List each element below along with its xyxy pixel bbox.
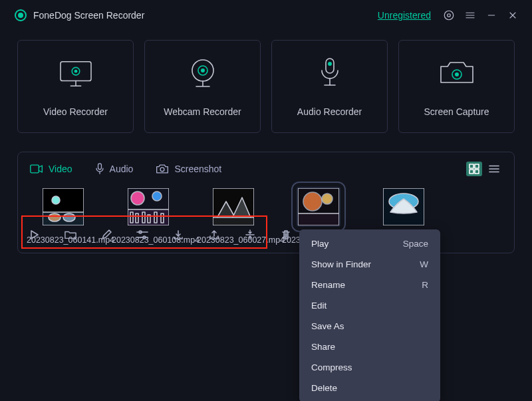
context-menu-item[interactable]: Edit — [299, 295, 440, 316]
menu-item-shortcut: R — [422, 280, 428, 290]
minimize-icon[interactable] — [484, 8, 499, 23]
edit-pencil-icon[interactable] — [99, 227, 114, 242]
svg-point-54 — [322, 194, 332, 204]
context-menu-item[interactable]: Rename R — [299, 275, 440, 295]
microphone-icon — [317, 56, 343, 90]
menu-item-label: Share — [311, 342, 335, 352]
svg-point-0 — [444, 11, 454, 20]
play-icon[interactable] — [27, 227, 42, 242]
context-menu-item[interactable]: Play Space — [299, 233, 440, 254]
svg-point-21 — [455, 72, 459, 76]
unregistered-link[interactable]: Unregistered — [378, 10, 431, 21]
context-menu-item[interactable]: Share — [299, 336, 440, 357]
menu-item-label: Delete — [311, 383, 337, 393]
svg-rect-22 — [31, 165, 39, 173]
svg-marker-58 — [31, 231, 38, 239]
grid-view-icon[interactable] — [466, 162, 482, 176]
webcam-recorder-card[interactable]: Webcam Recorder — [144, 40, 261, 133]
svg-point-12 — [74, 70, 77, 73]
context-menu-item[interactable]: Compress — [299, 357, 440, 378]
menu-item-label: Show in Finder — [311, 259, 371, 269]
svg-point-1 — [448, 14, 451, 17]
mode-label: Webcam Recorder — [164, 106, 241, 117]
menu-item-shortcut: Space — [403, 239, 428, 249]
screen-capture-card[interactable]: Screen Capture — [398, 40, 515, 133]
svg-point-15 — [201, 68, 205, 72]
settings-gear-icon[interactable] — [442, 8, 456, 23]
menu-item-label: Edit — [311, 301, 327, 311]
svg-rect-28 — [469, 170, 473, 174]
svg-rect-26 — [469, 164, 473, 168]
tab-label: Video — [49, 164, 72, 174]
sliders-icon[interactable] — [135, 227, 150, 242]
svg-rect-27 — [475, 164, 479, 168]
title-bar: FoneDog Screen Recorder Unregistered — [0, 0, 532, 31]
gallery-tabs: Video Audio Screenshot — [18, 152, 514, 183]
svg-rect-29 — [475, 170, 479, 174]
monitor-record-icon — [55, 56, 96, 90]
svg-rect-55 — [298, 213, 339, 225]
svg-point-39 — [131, 192, 144, 205]
mode-label: Video Recorder — [43, 106, 108, 117]
trash-icon[interactable] — [279, 227, 293, 242]
thumbnail-image — [383, 188, 424, 225]
context-menu: Play Space Show in Finder W Rename R Edi… — [299, 229, 440, 401]
camera-icon — [437, 56, 477, 90]
svg-point-40 — [152, 192, 162, 201]
context-menu-item[interactable]: Save As — [299, 316, 440, 336]
save-download-icon[interactable] — [171, 227, 186, 242]
app-logo-icon — [15, 9, 27, 21]
video-recorder-card[interactable]: Video Recorder — [17, 40, 134, 133]
menu-item-label: Rename — [311, 280, 345, 290]
menu-item-label: Compress — [311, 362, 352, 372]
app-title: FoneDog Screen Recorder — [33, 10, 144, 21]
svg-point-53 — [303, 192, 322, 211]
tab-screenshot[interactable]: Screenshot — [156, 164, 221, 174]
view-toggle — [466, 162, 502, 176]
tab-label: Screenshot — [174, 164, 221, 174]
tab-label: Audio — [110, 164, 134, 174]
list-view-icon[interactable] — [486, 162, 502, 176]
mode-label: Screen Capture — [424, 106, 489, 117]
webcam-icon — [184, 56, 221, 90]
tab-video[interactable]: Video — [30, 164, 72, 174]
tab-audio[interactable]: Audio — [95, 163, 134, 175]
mode-label: Audio Recorder — [297, 106, 362, 117]
recorder-modes: Video Recorder Webcam Recorder Audio Rec… — [0, 31, 532, 133]
svg-point-34 — [52, 196, 60, 204]
context-menu-item[interactable]: Delete — [299, 378, 440, 398]
menu-item-shortcut: W — [420, 259, 428, 269]
gallery-toolbar — [27, 223, 293, 246]
menu-item-label: Play — [311, 239, 329, 249]
compress-icon[interactable] — [243, 227, 257, 242]
audio-recorder-card[interactable]: Audio Recorder — [271, 40, 388, 133]
svg-point-17 — [328, 62, 332, 66]
hamburger-menu-icon[interactable] — [463, 8, 477, 23]
share-upload-icon[interactable] — [207, 227, 221, 242]
context-menu-item[interactable]: Show in Finder W — [299, 254, 440, 275]
menu-item-label: Save As — [311, 321, 344, 331]
close-icon[interactable] — [505, 8, 520, 23]
svg-point-25 — [160, 168, 164, 172]
svg-rect-23 — [98, 164, 101, 170]
folder-icon[interactable] — [63, 227, 78, 242]
thumbnail-image — [298, 188, 339, 225]
